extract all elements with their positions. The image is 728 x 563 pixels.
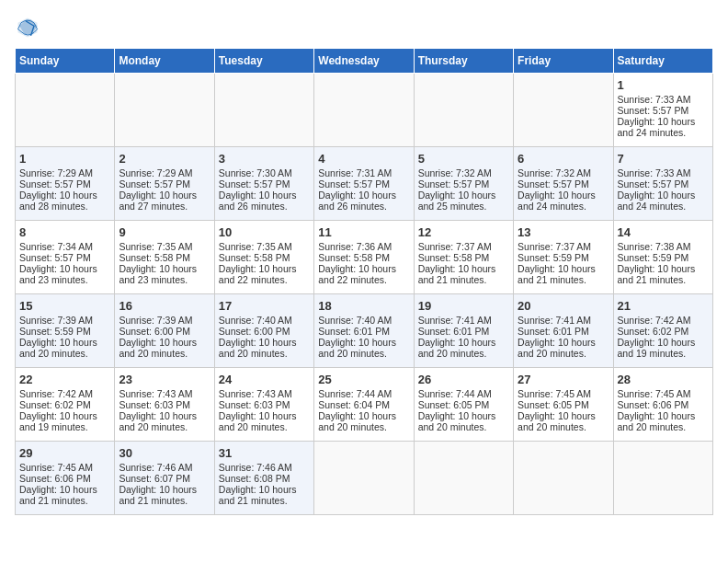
day-number: 27 (518, 373, 609, 386)
calendar-cell: 31Sunrise: 7:46 AMSunset: 6:08 PMDayligh… (214, 442, 313, 515)
sunset-text: Sunset: 5:58 PM (219, 252, 310, 263)
daylight-text: Daylight: 10 hours and 20 minutes. (518, 337, 609, 359)
daylight-text: Daylight: 10 hours and 25 minutes. (418, 190, 509, 212)
sunset-text: Sunset: 5:57 PM (19, 252, 110, 263)
sunset-text: Sunset: 6:06 PM (19, 473, 110, 484)
sunset-text: Sunset: 5:57 PM (318, 178, 409, 190)
sunrise-text: Sunrise: 7:42 AM (618, 315, 709, 326)
daylight-text: Daylight: 10 hours and 20 minutes. (119, 410, 210, 432)
calendar-cell: 5Sunrise: 7:32 AMSunset: 5:57 PMDaylight… (414, 147, 513, 221)
day-number: 22 (19, 373, 110, 386)
logo-icon (15, 15, 40, 40)
sunrise-text: Sunrise: 7:45 AM (518, 388, 609, 399)
calendar-cell (514, 442, 613, 515)
day-number: 12 (418, 225, 509, 239)
daylight-text: Daylight: 10 hours and 24 minutes. (618, 116, 709, 138)
calendar-cell: 29Sunrise: 7:45 AMSunset: 6:06 PMDayligh… (16, 442, 115, 515)
sunrise-text: Sunrise: 7:46 AM (219, 462, 310, 473)
day-number: 20 (518, 299, 609, 313)
day-number: 8 (19, 225, 110, 239)
sunrise-text: Sunrise: 7:42 AM (19, 388, 110, 399)
sunset-text: Sunset: 6:05 PM (418, 399, 509, 410)
daylight-text: Daylight: 10 hours and 27 minutes. (119, 190, 210, 212)
day-number: 2 (119, 152, 210, 166)
sunrise-text: Sunrise: 7:31 AM (318, 167, 409, 178)
calendar-cell: 15Sunrise: 7:39 AMSunset: 5:59 PMDayligh… (16, 294, 115, 368)
sunrise-text: Sunrise: 7:45 AM (19, 462, 110, 473)
sunrise-text: Sunrise: 7:33 AM (618, 94, 709, 105)
daylight-text: Daylight: 10 hours and 28 minutes. (19, 190, 110, 212)
sunset-text: Sunset: 6:06 PM (618, 399, 709, 410)
calendar-cell (613, 442, 712, 515)
daylight-text: Daylight: 10 hours and 20 minutes. (518, 410, 609, 432)
sunset-text: Sunset: 5:59 PM (518, 252, 609, 263)
sunset-text: Sunset: 5:57 PM (219, 178, 310, 190)
sunrise-text: Sunrise: 7:44 AM (318, 388, 409, 399)
sunset-text: Sunset: 6:04 PM (318, 399, 409, 410)
calendar-cell (514, 74, 613, 147)
sunset-text: Sunset: 6:01 PM (318, 326, 409, 337)
calendar-cell (414, 442, 513, 515)
sunrise-text: Sunrise: 7:44 AM (418, 388, 509, 399)
daylight-text: Daylight: 10 hours and 19 minutes. (618, 337, 709, 359)
daylight-text: Daylight: 10 hours and 26 minutes. (219, 190, 310, 212)
sunset-text: Sunset: 6:01 PM (418, 326, 509, 337)
sunrise-text: Sunrise: 7:32 AM (518, 167, 609, 178)
sunset-text: Sunset: 6:02 PM (19, 399, 110, 410)
calendar-cell: 30Sunrise: 7:46 AMSunset: 6:07 PMDayligh… (115, 442, 214, 515)
sunset-text: Sunset: 5:57 PM (618, 105, 709, 116)
calendar-cell: 10Sunrise: 7:35 AMSunset: 5:58 PMDayligh… (214, 221, 313, 294)
calendar-cell: 17Sunrise: 7:40 AMSunset: 6:00 PMDayligh… (214, 294, 313, 368)
sunrise-text: Sunrise: 7:33 AM (618, 167, 709, 178)
daylight-text: Daylight: 10 hours and 20 minutes. (618, 410, 709, 432)
sunrise-text: Sunrise: 7:35 AM (119, 241, 210, 252)
calendar-cell: 2Sunrise: 7:29 AMSunset: 5:57 PMDaylight… (115, 147, 214, 221)
calendar-cell: 12Sunrise: 7:37 AMSunset: 5:58 PMDayligh… (414, 221, 513, 294)
day-number: 1 (19, 152, 110, 166)
calendar-cell: 18Sunrise: 7:40 AMSunset: 6:01 PMDayligh… (314, 294, 414, 368)
calendar-cell: 24Sunrise: 7:43 AMSunset: 6:03 PMDayligh… (214, 368, 313, 442)
calendar-cell: 21Sunrise: 7:42 AMSunset: 6:02 PMDayligh… (613, 294, 712, 368)
day-number: 24 (219, 373, 310, 386)
daylight-text: Daylight: 10 hours and 22 minutes. (318, 263, 409, 285)
sunset-text: Sunset: 5:58 PM (318, 252, 409, 263)
sunrise-text: Sunrise: 7:46 AM (119, 462, 210, 473)
day-number: 30 (119, 446, 210, 460)
sunrise-text: Sunrise: 7:39 AM (19, 315, 110, 326)
sunset-text: Sunset: 5:57 PM (19, 178, 110, 190)
day-number: 29 (19, 446, 110, 460)
daylight-text: Daylight: 10 hours and 20 minutes. (219, 337, 310, 359)
sunrise-text: Sunrise: 7:38 AM (618, 241, 709, 252)
sunrise-text: Sunrise: 7:32 AM (418, 167, 509, 178)
calendar-table: SundayMondayTuesdayWednesdayThursdayFrid… (15, 48, 713, 515)
calendar-cell: 22Sunrise: 7:42 AMSunset: 6:02 PMDayligh… (16, 368, 115, 442)
sunrise-text: Sunrise: 7:41 AM (518, 315, 609, 326)
day-number: 15 (19, 299, 110, 313)
day-number: 6 (518, 152, 609, 166)
day-header-wednesday: Wednesday (314, 49, 414, 74)
week-row-6: 29Sunrise: 7:45 AMSunset: 6:06 PMDayligh… (16, 442, 713, 515)
daylight-text: Daylight: 10 hours and 23 minutes. (119, 263, 210, 285)
day-header-sunday: Sunday (16, 49, 115, 74)
sunset-text: Sunset: 5:59 PM (19, 326, 110, 337)
calendar-cell: 9Sunrise: 7:35 AMSunset: 5:58 PMDaylight… (115, 221, 214, 294)
calendar-cell: 7Sunrise: 7:33 AMSunset: 5:57 PMDaylight… (613, 147, 712, 221)
sunrise-text: Sunrise: 7:34 AM (19, 241, 110, 252)
daylight-text: Daylight: 10 hours and 23 minutes. (19, 263, 110, 285)
daylight-text: Daylight: 10 hours and 21 minutes. (518, 263, 609, 285)
day-number: 9 (119, 225, 210, 239)
sunrise-text: Sunrise: 7:43 AM (119, 388, 210, 399)
header-row: SundayMondayTuesdayWednesdayThursdayFrid… (16, 49, 713, 74)
day-header-friday: Friday (514, 49, 613, 74)
week-row-4: 15Sunrise: 7:39 AMSunset: 5:59 PMDayligh… (16, 294, 713, 368)
calendar-cell: 6Sunrise: 7:32 AMSunset: 5:57 PMDaylight… (514, 147, 613, 221)
sunrise-text: Sunrise: 7:40 AM (318, 315, 409, 326)
day-number: 1 (618, 78, 709, 92)
daylight-text: Daylight: 10 hours and 20 minutes. (318, 410, 409, 432)
calendar-cell (314, 442, 414, 515)
sunrise-text: Sunrise: 7:30 AM (219, 167, 310, 178)
daylight-text: Daylight: 10 hours and 21 minutes. (418, 263, 509, 285)
calendar-cell: 8Sunrise: 7:34 AMSunset: 5:57 PMDaylight… (16, 221, 115, 294)
daylight-text: Daylight: 10 hours and 20 minutes. (19, 337, 110, 359)
calendar-cell (214, 74, 313, 147)
